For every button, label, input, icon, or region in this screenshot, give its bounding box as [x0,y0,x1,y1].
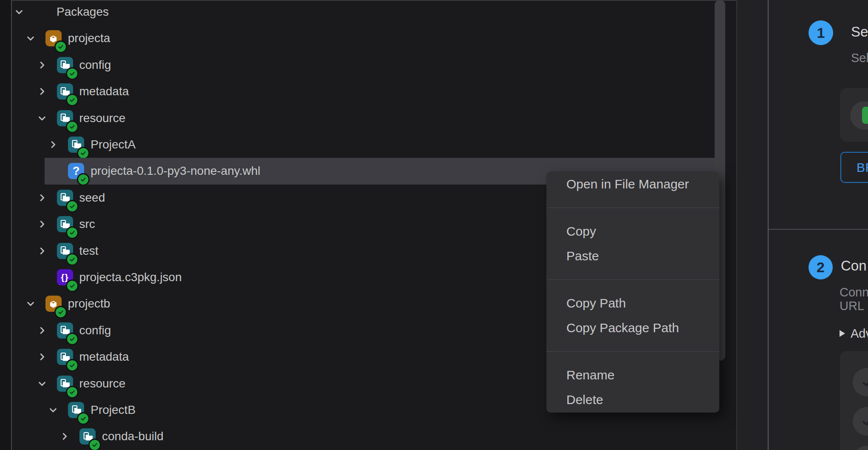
tree-item-label: config [79,58,111,72]
chevron-down-icon[interactable] [31,379,53,389]
chevron-right-icon[interactable] [31,60,53,70]
tree-item-label: metadata [79,85,129,98]
menu-divider [546,208,719,208]
check-icon [68,362,76,369]
tree-item-label: projecta-0.1.0-py3-none-any.whl [90,164,260,178]
right-panel-border [768,0,769,450]
chevron-right-icon[interactable] [42,140,64,150]
menu-divider [546,351,719,352]
chevron-down-icon[interactable] [42,405,64,415]
browse-button-label: BR [857,160,868,175]
package-preview-circle [850,101,868,130]
folder-icon [57,322,73,339]
chevron-right-icon[interactable] [54,431,75,441]
tree-item-label: test [79,244,99,258]
step-2-title: Con [841,257,867,274]
tree-item-label: conda-build [102,430,164,443]
step-1-number: 1 [817,25,825,41]
check-icon [91,441,99,449]
tree-row[interactable]: Packages [0,0,736,25]
check-icon [860,414,868,429]
chevron-right-icon[interactable] [31,246,53,256]
tree-row[interactable]: config [0,52,736,78]
step-2-badge: 2 [809,255,833,279]
step-1-badge: 1 [809,20,833,45]
step-2-subtitle-line-1: Conn [840,285,868,299]
app-window: PackagesprojectaconfigmetadataresourcePr… [0,0,868,450]
package-icon [45,30,62,46]
check-icon [68,282,76,290]
tree-row[interactable]: resource [0,105,736,131]
check-icon [79,415,87,422]
folder-icon [57,376,73,392]
package-file-icon [862,107,868,124]
check-icon [79,176,87,183]
package-preview-card [840,88,868,142]
context-menu: Open in File ManagerCopyPasteCopy PathCo… [546,171,719,413]
check-icon [68,70,76,77]
chevron-right-icon[interactable] [31,219,53,229]
tree-row[interactable]: metadata [0,78,736,105]
tree-item-label: projectb [68,297,110,310]
tree-panel-right-border [736,0,737,450]
step-1-title: Sele [851,23,868,40]
advanced-label: Adv [851,327,868,341]
circle-button[interactable] [853,407,868,436]
menu-item-copy[interactable]: Copy [546,221,719,242]
menu-divider [546,279,719,280]
chevron-right-icon[interactable] [31,352,53,362]
menu-item-rename[interactable]: Rename [546,365,719,385]
check-icon [68,388,76,396]
check-icon [68,229,76,236]
chevron-down-icon[interactable] [8,7,30,17]
chevron-right-icon[interactable] [31,325,53,336]
tree-item-label: projecta [68,31,110,45]
folder-icon [68,137,84,153]
right-panel: 1 Sele Selec BR 2 Con Conn URL Adv [737,0,868,450]
tree-row[interactable]: projecta [0,25,736,51]
chevron-right-icon[interactable] [31,86,53,97]
tree-row[interactable]: ProjectA [0,131,736,158]
tree-item-label: ProjectA [90,138,136,151]
chevron-down-icon[interactable] [20,33,41,43]
folder-icon [57,243,73,259]
check-icon [68,256,76,263]
menu-item-copy-package-path[interactable]: Copy Package Path [546,318,719,338]
step-2-number: 2 [817,259,825,276]
check-icon [68,123,76,131]
tree-item-label: seed [79,191,105,205]
tree-item-label: metadata [79,350,129,364]
tree-item-label: Packages [57,5,109,19]
step-2-subtitle: Conn URL [840,285,868,313]
check-icon [57,308,65,316]
folder-icon [57,83,73,100]
tree-item-label: src [79,217,95,231]
circle-button[interactable] [853,368,868,396]
chevron-spacer [42,166,64,176]
chevron-right-icon[interactable] [31,193,53,203]
step-2-subtitle-line-2: URL [840,299,868,313]
triangle-right-icon [840,330,845,337]
folder-icon [57,57,73,73]
chevron-down-icon[interactable] [20,299,41,309]
tree-row[interactable]: conda-build [0,423,736,450]
chevron-down-icon[interactable] [31,113,53,123]
step-1-subtitle: Selec [851,51,868,65]
folder-icon [57,216,73,232]
menu-item-delete[interactable]: Delete [546,390,719,410]
check-icon [68,335,76,343]
connection-actions-card [840,351,868,450]
chevron-spacer [31,272,53,282]
check-icon [860,375,868,390]
menu-item-paste[interactable]: Paste [546,246,719,266]
advanced-toggle[interactable]: Adv [840,327,868,340]
synced-check-badge [88,439,101,450]
menu-item-open-in-file-manager[interactable]: Open in File Manager [546,174,719,194]
folder-icon [68,402,84,418]
menu-item-copy-path[interactable]: Copy Path [546,293,719,313]
check-icon [79,149,87,157]
circle-button[interactable] [853,446,868,450]
folder-icon [57,349,73,365]
browse-button[interactable]: BR [840,152,868,183]
json-file-icon: {} [57,269,73,285]
